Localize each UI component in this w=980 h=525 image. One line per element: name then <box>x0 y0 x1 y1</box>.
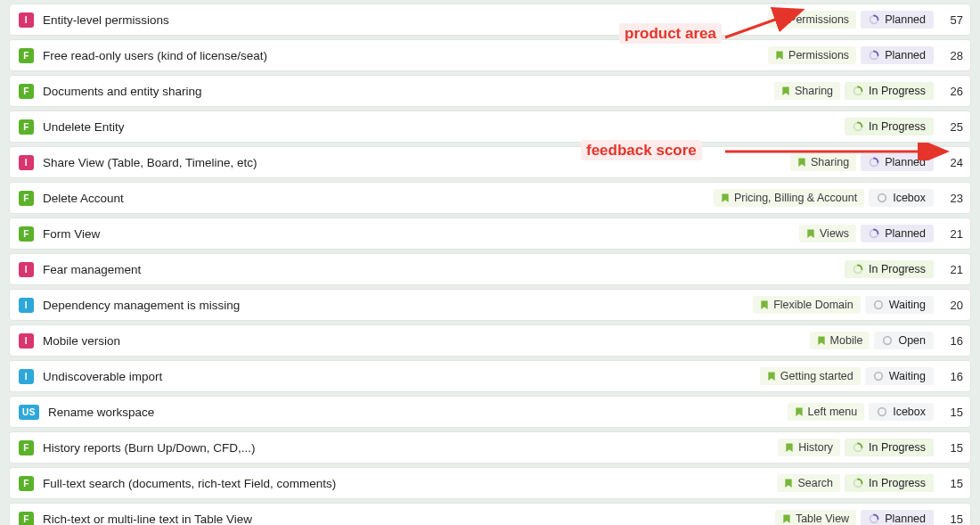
status-pill[interactable]: In Progress <box>845 82 934 100</box>
item-title[interactable]: Share View (Table, Board, Timeline, etc) <box>43 156 790 169</box>
list-item[interactable]: FDocuments and entity sharingSharingIn P… <box>9 75 971 107</box>
item-title[interactable]: History reports (Burn Up/Down, CFD,...) <box>43 441 778 455</box>
status-pill[interactable]: Icebox <box>869 189 934 207</box>
bookmark-icon <box>721 193 730 203</box>
type-badge: I <box>19 333 34 349</box>
item-title[interactable]: Documents and entity sharing <box>43 85 774 98</box>
list-item[interactable]: FRich-text or multi-line text in Table V… <box>9 503 971 525</box>
status-pill[interactable]: Planned <box>861 510 934 525</box>
status-pill[interactable]: Planned <box>861 225 934 242</box>
status-pill[interactable]: Open <box>874 332 934 349</box>
list-item[interactable]: FForm ViewViewsPlanned21 <box>9 217 971 250</box>
product-area-tag[interactable]: Permissions <box>768 11 856 29</box>
item-title[interactable]: Rich-text or multi-line text in Table Vi… <box>43 513 775 526</box>
status-circle-icon <box>877 193 887 203</box>
status-label: In Progress <box>869 263 926 275</box>
item-title[interactable]: Undiscoverable import <box>43 370 760 383</box>
list-item[interactable]: IEntity-level permissionsPermissionsPlan… <box>9 4 971 36</box>
status-progress-icon <box>869 513 879 524</box>
list-item[interactable]: IMobile versionMobileOpen16 <box>9 324 971 357</box>
item-meta: HistoryIn Progress15 <box>778 439 963 456</box>
item-meta: SharingPlanned24 <box>790 153 963 171</box>
tag-label: Getting started <box>780 370 853 382</box>
type-badge: US <box>19 405 39 420</box>
svg-point-10 <box>874 373 882 381</box>
item-title[interactable]: Full-text search (documents, rich-text F… <box>43 477 777 490</box>
tag-label: Mobile <box>830 334 863 347</box>
bookmark-icon <box>817 336 826 346</box>
tag-label: Views <box>820 227 849 240</box>
item-meta: PermissionsPlanned28 <box>768 46 963 64</box>
list-item[interactable]: FFree read-only users (kind of license/s… <box>9 39 971 71</box>
product-area-tag[interactable]: Search <box>777 474 840 492</box>
status-progress-icon <box>869 228 879 239</box>
status-pill[interactable]: Planned <box>861 153 934 171</box>
product-area-tag[interactable]: Views <box>799 225 856 242</box>
item-title[interactable]: Mobile version <box>43 334 810 348</box>
status-progress-icon <box>853 442 863 453</box>
item-title[interactable]: Free read-only users (kind of license/se… <box>43 49 768 62</box>
item-meta: Table ViewPlanned15 <box>775 510 963 525</box>
item-title[interactable]: Dependency management is missing <box>43 299 753 312</box>
feedback-score: 15 <box>938 441 963 455</box>
item-title[interactable]: Entity-level permissions <box>43 13 768 27</box>
list-item[interactable]: FUndelete EntityIn Progress25 <box>9 111 971 143</box>
item-title[interactable]: Undelete Entity <box>43 120 845 134</box>
status-progress-icon <box>853 121 863 132</box>
feedback-score: 25 <box>938 120 963 134</box>
item-meta: MobileOpen16 <box>810 332 963 349</box>
status-pill[interactable]: Planned <box>861 11 934 29</box>
type-badge: F <box>19 440 34 455</box>
list-item[interactable]: USRename workspaceLeft menuIcebox15 <box>9 396 971 428</box>
product-area-tag[interactable]: Permissions <box>768 46 856 64</box>
product-area-tag[interactable]: Table View <box>775 510 856 525</box>
tag-label: Sharing <box>811 156 849 168</box>
bookmark-icon <box>775 15 784 25</box>
product-area-tag[interactable]: Getting started <box>760 367 861 385</box>
product-area-tag[interactable]: Flexible Domain <box>753 296 861 314</box>
product-area-tag[interactable]: History <box>778 439 840 456</box>
bookmark-icon <box>784 479 793 488</box>
item-title[interactable]: Delete Account <box>43 192 714 205</box>
type-badge: F <box>19 84 34 99</box>
status-pill[interactable]: In Progress <box>845 474 934 492</box>
item-meta: In Progress25 <box>845 118 963 135</box>
list-item[interactable]: IDependency management is missingFlexibl… <box>9 289 971 321</box>
list-item[interactable]: IUndiscoverable importGetting startedWai… <box>9 360 971 392</box>
status-label: Icebox <box>893 406 926 418</box>
list-item[interactable]: FFull-text search (documents, rich-text … <box>9 467 971 499</box>
feedback-score: 21 <box>938 263 963 276</box>
status-pill[interactable]: In Progress <box>845 260 934 278</box>
item-title[interactable]: Fear management <box>43 263 845 276</box>
item-meta: Left menuIcebox15 <box>788 403 963 421</box>
list-item[interactable]: FDelete AccountPricing, Billing & Accoun… <box>9 182 971 214</box>
item-meta: Getting startedWaiting16 <box>760 367 963 385</box>
product-area-tag[interactable]: Left menu <box>788 403 865 421</box>
bookmark-icon <box>775 51 784 61</box>
product-area-tag[interactable]: Sharing <box>774 82 840 100</box>
status-pill[interactable]: Waiting <box>865 296 934 314</box>
list-item[interactable]: FHistory reports (Burn Up/Down, CFD,...)… <box>9 431 971 463</box>
item-title[interactable]: Rename workspace <box>48 406 788 419</box>
bookmark-icon <box>797 158 806 168</box>
product-area-tag[interactable]: Sharing <box>790 153 856 171</box>
bookmark-icon <box>785 443 794 453</box>
product-area-tag[interactable]: Mobile <box>810 332 870 349</box>
status-pill[interactable]: Icebox <box>869 403 934 421</box>
status-pill[interactable]: In Progress <box>845 118 934 135</box>
list-item[interactable]: IFear managementIn Progress21 <box>9 253 971 285</box>
status-pill[interactable]: Planned <box>861 46 934 64</box>
status-label: Planned <box>885 13 926 26</box>
bookmark-icon <box>806 229 815 239</box>
feedback-score: 16 <box>938 334 963 348</box>
product-area-tag[interactable]: Pricing, Billing & Account <box>714 189 864 207</box>
status-pill[interactable]: Waiting <box>865 367 934 385</box>
status-progress-icon <box>853 86 863 96</box>
status-progress-icon <box>869 14 879 25</box>
status-pill[interactable]: In Progress <box>845 439 934 456</box>
list-item[interactable]: IShare View (Table, Board, Timeline, etc… <box>9 146 971 178</box>
feedback-score: 23 <box>938 192 963 205</box>
tag-label: Permissions <box>788 13 849 26</box>
bookmark-icon <box>782 514 791 524</box>
item-title[interactable]: Form View <box>43 227 799 241</box>
